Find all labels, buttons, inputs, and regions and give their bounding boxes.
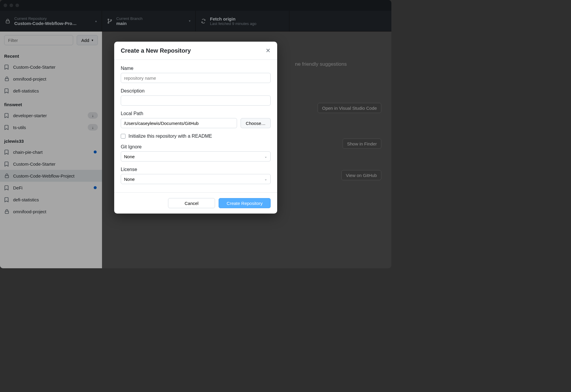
license-select[interactable]	[121, 174, 271, 184]
local-path-label: Local Path	[121, 111, 271, 116]
local-path-input[interactable]	[121, 118, 237, 128]
readme-checkbox[interactable]	[121, 134, 126, 139]
license-label: License	[121, 167, 271, 172]
readme-label: Initialize this repository with a README	[128, 134, 212, 139]
close-icon: ✕	[266, 47, 271, 54]
gitignore-label: Git Ignore	[121, 144, 271, 150]
close-modal-button[interactable]: ✕	[266, 47, 271, 54]
app-window: Current Repository Custom-Code-Webflow-P…	[0, 0, 391, 268]
choose-path-button[interactable]: Choose…	[241, 118, 271, 128]
cancel-button[interactable]: Cancel	[168, 198, 215, 208]
name-label: Name	[121, 66, 271, 71]
description-input[interactable]	[121, 95, 271, 106]
modal-title: Create a New Repository	[121, 47, 191, 54]
create-repository-modal: Create a New Repository ✕ Name Descripti…	[114, 42, 277, 214]
gitignore-select[interactable]	[121, 151, 271, 161]
create-repository-button[interactable]: Create Repository	[219, 198, 271, 208]
repository-name-input[interactable]	[121, 73, 271, 83]
description-label: Description	[121, 88, 271, 94]
